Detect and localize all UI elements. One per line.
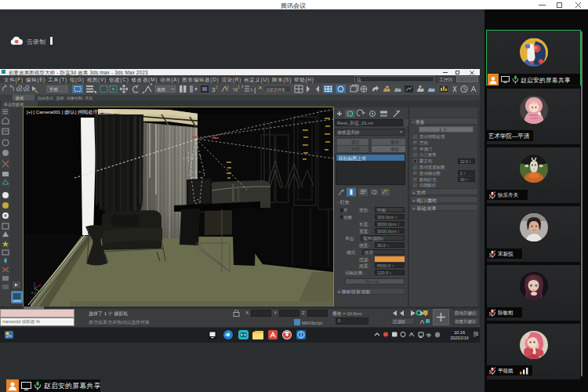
svg-text:10:16: 10:16	[454, 330, 465, 335]
svg-text:[+] [ Camera001 ] [默认] [明暗处理 +: [+] [ Camera001 ] [默认] [明暗处理 + 边面]	[27, 109, 114, 115]
svg-text:{: {	[254, 87, 256, 93]
svg-text:2: 2	[216, 85, 218, 89]
svg-text:2023/2/16: 2023/2/16	[450, 336, 468, 340]
svg-text:中: 中	[426, 332, 432, 338]
svg-text:创建选择集: 创建选择集	[266, 87, 285, 93]
svg-text:MAXScript: MAXScript	[302, 321, 322, 325]
svg-text:全部: 全部	[49, 87, 59, 93]
svg-text:视图: 视图	[157, 87, 165, 93]
svg-text:2: 2	[238, 85, 240, 89]
svg-text:2: 2	[227, 85, 229, 89]
svg-text:x y: x y	[31, 291, 37, 295]
